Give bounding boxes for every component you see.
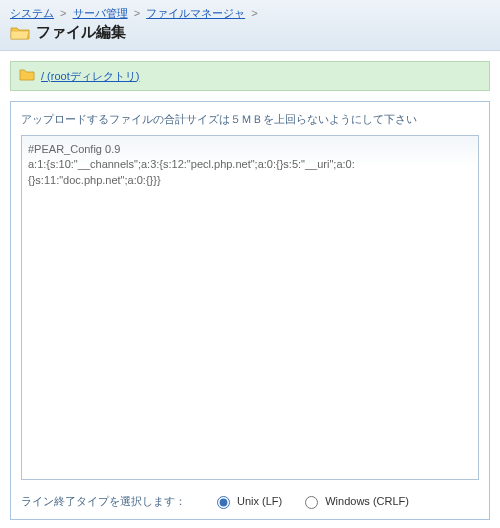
path-bar: / (rootディレクトリ)	[10, 61, 490, 91]
line-ending-option-unix[interactable]: Unix (LF)	[212, 493, 282, 509]
breadcrumb: システム > サーバ管理 > ファイルマネージャ >	[10, 6, 490, 21]
line-ending-option-label: Windows (CRLF)	[325, 495, 409, 507]
page-header: システム > サーバ管理 > ファイルマネージャ > ファイル編集	[0, 0, 500, 51]
title-row: ファイル編集	[10, 23, 490, 42]
breadcrumb-link-filemanager[interactable]: ファイルマネージャ	[146, 7, 245, 19]
line-ending-radio-windows[interactable]	[305, 496, 318, 509]
line-ending-radio-unix[interactable]	[217, 496, 230, 509]
line-ending-label: ライン終了タイプを選択します：	[21, 494, 186, 509]
page-title: ファイル編集	[36, 23, 126, 42]
path-root-link[interactable]: / (rootディレクトリ)	[41, 69, 139, 84]
folder-icon	[10, 25, 30, 41]
file-content-textarea[interactable]	[21, 135, 479, 480]
line-ending-option-windows[interactable]: Windows (CRLF)	[300, 493, 409, 509]
folder-icon	[19, 68, 35, 84]
line-ending-option-label: Unix (LF)	[237, 495, 282, 507]
breadcrumb-separator: >	[134, 7, 140, 19]
breadcrumb-link-system[interactable]: システム	[10, 7, 54, 19]
breadcrumb-separator: >	[251, 7, 257, 19]
editor-panel: アップロードするファイルの合計サイズは５ＭＢを上回らないようにして下さい ライン…	[10, 101, 490, 520]
line-ending-row: ライン終了タイプを選択します： Unix (LF) Windows (CRLF)	[21, 493, 479, 509]
breadcrumb-separator: >	[60, 7, 66, 19]
upload-size-note: アップロードするファイルの合計サイズは５ＭＢを上回らないようにして下さい	[21, 112, 479, 127]
breadcrumb-link-server[interactable]: サーバ管理	[73, 7, 128, 19]
